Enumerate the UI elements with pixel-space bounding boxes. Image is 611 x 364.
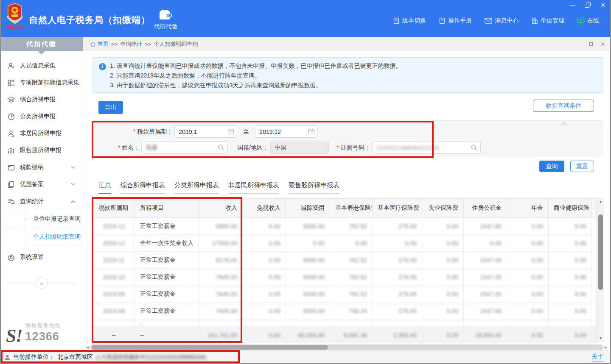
cert-input[interactable]: 110502199930422129 xyxy=(372,142,481,154)
table-row[interactable]: 2019-12正常工资薪金9985.000.005000.00762.52276… xyxy=(93,218,597,235)
table-row[interactable]: 2019-09正常工资薪金7645.000.005000.00762.52276… xyxy=(93,286,597,303)
query-button[interactable]: 查询 xyxy=(539,161,564,172)
tab-summary[interactable]: 汇总 xyxy=(98,181,111,194)
reset-button[interactable]: 重置 xyxy=(570,161,594,172)
table-cell: 7645.00 xyxy=(199,269,243,286)
cert-value: 110502199930422129 xyxy=(376,144,439,151)
sidebar-item-label: 非居民所得申报 xyxy=(20,130,77,137)
sidebar-item-nonresident-income[interactable]: 非居民所得申报 xyxy=(0,125,83,142)
horizontal-scrollbar[interactable]: ◄ ► xyxy=(85,344,608,350)
restore-button[interactable] xyxy=(584,2,591,8)
table-cell xyxy=(507,320,549,327)
table-cell: 2019-10 xyxy=(93,269,135,286)
table-cell: 762.52 xyxy=(330,218,373,235)
scroll-left-icon[interactable]: ◄ xyxy=(85,345,90,350)
sidebar-item-query-statistics[interactable]: 查询统计 xyxy=(0,193,83,210)
table-row[interactable]: 2019-10正常工资薪金7645.000.005000.00762.52276… xyxy=(93,269,597,286)
vertical-scrollbar[interactable]: ▲ ▼ xyxy=(597,198,604,342)
table-cell: 0.00 xyxy=(592,218,597,235)
sidebar-item-personnel-info[interactable]: 人员信息采集 xyxy=(0,57,83,74)
period-from-input[interactable]: 2019.1 xyxy=(174,125,237,138)
table-cell: 0.00 xyxy=(549,218,592,235)
table-header-cell: 收入 xyxy=(199,199,243,218)
horizontal-scroll-track[interactable] xyxy=(90,345,603,350)
table-total-row[interactable]: ----161,741.000.0060,000.008,991.362,960… xyxy=(93,327,597,343)
sidebar-subitem-personal-withholding-query[interactable]: 个人扣缴明细查询 xyxy=(0,228,83,246)
sidebar-item-label: 专项附加扣除信息采集 xyxy=(20,79,79,86)
vertical-scroll-thumb[interactable] xyxy=(598,214,603,290)
online-status[interactable]: 在线 xyxy=(577,17,599,25)
table-cell: -- xyxy=(93,327,135,343)
search-icon[interactable] xyxy=(471,144,478,151)
sidebar-item-comprehensive-income[interactable]: 综合所得申报 xyxy=(0,91,83,108)
tab-nonresident[interactable]: 非居民所得申报表 xyxy=(228,181,279,194)
close-button[interactable]: ✕ xyxy=(599,2,607,8)
current-unit-detail: 人力资源派遣服务中心(12110102199858184) xyxy=(95,353,206,361)
info-icon: i xyxy=(99,63,106,70)
tab-comprehensive[interactable]: 综合所得申报表 xyxy=(121,181,165,194)
table-row[interactable]: 2019-12全年一次性奖金收入27500.000.000.000.000.00… xyxy=(93,235,597,252)
table-cell: 1547.00 xyxy=(464,286,507,303)
table-cell: 276.00 xyxy=(373,303,422,320)
logo-caption: 中国税务 xyxy=(5,25,25,31)
bar-chart-icon xyxy=(8,147,15,154)
minimize-button[interactable]: — xyxy=(569,2,576,8)
about-link[interactable]: 关于 xyxy=(591,353,603,361)
tab-restricted-shares[interactable]: 限售股所得申报表 xyxy=(289,181,339,194)
table-header-cell: 所得项目 xyxy=(135,199,199,218)
table-cell: 18,564.00 xyxy=(464,327,507,343)
sidebar-collapse-button[interactable]: « xyxy=(36,277,48,289)
menu-item-message-center[interactable]: 消息中心 xyxy=(485,17,519,25)
scroll-right-icon[interactable]: ► xyxy=(603,345,608,350)
scroll-up-icon[interactable]: ▲ xyxy=(597,198,604,205)
menu-item-version-switch[interactable]: 版本切换 xyxy=(393,17,426,25)
tab-classified[interactable]: 分类所得申报表 xyxy=(174,181,219,194)
nav-tab-withholding[interactable]: 代扣代缴 xyxy=(149,6,182,34)
horizontal-scroll-thumb[interactable] xyxy=(92,345,328,350)
table-cell: 0.00 xyxy=(422,252,464,269)
name-label: 姓名： xyxy=(118,144,140,152)
sidebar-item-system-settings[interactable]: 系统设置 xyxy=(0,249,83,266)
sidebar-item-label: 查询统计 xyxy=(20,198,64,206)
sidebar-subitem-unit-declaration-query[interactable]: 单位申报记录查询 xyxy=(0,210,83,228)
scroll-down-icon[interactable]: ▼ xyxy=(597,335,604,341)
collapse-query-button[interactable]: 收折查询条件 xyxy=(533,100,594,112)
table-row-ellipsis[interactable]: .. xyxy=(93,320,597,327)
table-cell: 0.00 xyxy=(422,286,464,303)
table-cell: 0.00 xyxy=(243,252,286,269)
table-row[interactable]: 2019-08正常工资薪金7645.000.005000.00798.24276… xyxy=(93,303,597,320)
breadcrumb-home[interactable]: 首页 xyxy=(90,40,109,48)
table-cell: 0.00 xyxy=(464,235,507,252)
page-maximize-icon[interactable] xyxy=(589,42,593,46)
table-cell: 0.00 xyxy=(422,269,464,286)
calendar-icon[interactable] xyxy=(308,128,315,135)
table-cell: 762.52 xyxy=(330,269,373,286)
search-icon[interactable] xyxy=(218,144,225,151)
header-menu: 版本切换 操作手册 消息中心 单位管理 在线 xyxy=(393,17,599,25)
copy-pages-icon xyxy=(8,181,15,188)
sidebar-item-restricted-shares[interactable]: 限售股所得申报 xyxy=(0,142,83,159)
page-close-icon[interactable]: ✕ xyxy=(600,41,606,47)
table-cell: 0.00 xyxy=(422,327,464,343)
notice-line: 3. 由于数据处理的滞后性，建议您在申报成功3天之后再来查询最新的申报数据。 xyxy=(110,81,597,90)
menu-item-unit-management[interactable]: 单位管理 xyxy=(531,17,564,25)
menu-item-manual[interactable]: 操作手册 xyxy=(439,17,472,25)
period-to-input[interactable]: 2019.12 xyxy=(255,125,318,138)
sidebar-item-special-deduction[interactable]: 专项附加扣除信息采集 xyxy=(0,74,83,91)
online-check-icon xyxy=(577,17,585,25)
table-header-cell: 基本医疗保险费 xyxy=(373,199,422,218)
table-cell: 0.00 xyxy=(507,218,549,235)
sidebar-item-classified-income[interactable]: 分类所得申报 xyxy=(0,108,83,125)
table-row[interactable]: 2019-11正常工资薪金9178.000.005000.00762.52276… xyxy=(93,252,597,269)
name-input[interactable]: 马某 xyxy=(141,142,228,154)
table-cell: 0.00 xyxy=(549,269,592,286)
app-header: — ✕ 中国税务 自然人电子税务局（扣缴端） 代扣代缴 版本切换 xyxy=(0,0,611,37)
table-cell: 0.00 xyxy=(243,327,286,343)
sidebar-item-tax-payment[interactable]: 税款缴纳 xyxy=(0,159,83,176)
online-label: 在线 xyxy=(587,17,599,25)
table-cell: 0.00 xyxy=(507,235,549,252)
person-icon xyxy=(8,130,15,137)
export-button[interactable]: 导出 xyxy=(98,101,123,114)
calendar-icon[interactable] xyxy=(227,128,234,135)
sidebar-item-preferential-filing[interactable]: 优惠备案 xyxy=(0,176,83,193)
